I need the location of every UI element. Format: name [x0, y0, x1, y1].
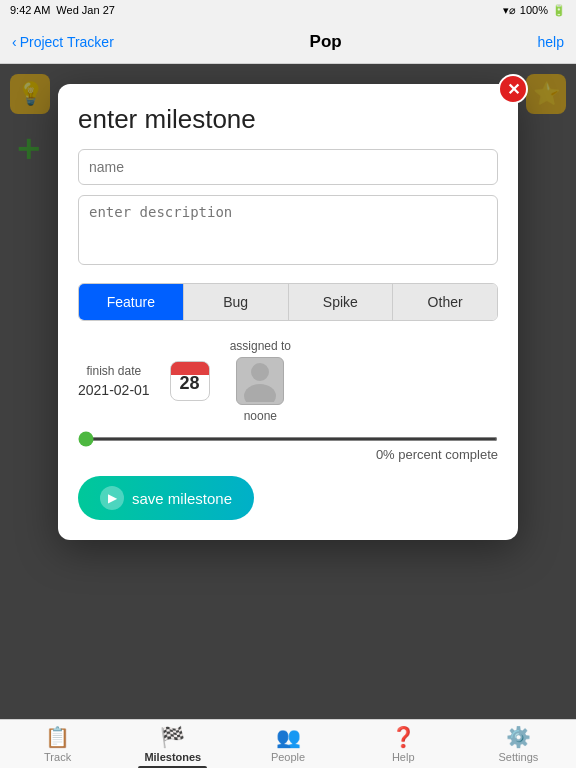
tab-people[interactable]: 👥 People: [230, 720, 345, 768]
back-label: Project Tracker: [20, 34, 114, 50]
save-milestone-button[interactable]: ▶ save milestone: [78, 476, 254, 520]
assigned-avatar[interactable]: [236, 357, 284, 405]
status-bar: 9:42 AM Wed Jan 27 ▾⌀ 100% 🔋: [0, 0, 576, 20]
finish-date-section: finish date 2021-02-01: [78, 364, 150, 398]
assigned-section: assigned to noone: [230, 339, 291, 423]
tab-settings[interactable]: ⚙️ Settings: [461, 720, 576, 768]
play-icon: ▶: [100, 486, 124, 510]
progress-slider[interactable]: [78, 437, 498, 441]
milestone-modal: ✕ enter milestone Feature Bug Spike Othe…: [58, 84, 518, 540]
tab-help-label: Help: [392, 751, 415, 763]
person-icon: [242, 360, 278, 402]
assigned-label: assigned to: [230, 339, 291, 353]
finish-date-label: finish date: [86, 364, 141, 378]
tab-help[interactable]: ❓ Help: [346, 720, 461, 768]
help-icon: ❓: [391, 725, 416, 749]
assigned-name: noone: [244, 409, 277, 423]
tab-track-label: Track: [44, 751, 71, 763]
svg-point-1: [244, 384, 276, 402]
wifi-icon: ▾⌀: [503, 4, 516, 17]
tab-milestones[interactable]: 🏁 Milestones: [115, 720, 230, 768]
track-icon: 📋: [45, 725, 70, 749]
tab-people-label: People: [271, 751, 305, 763]
status-date: Wed Jan 27: [56, 4, 115, 16]
tab-settings-label: Settings: [499, 751, 539, 763]
milestones-icon: 🏁: [160, 725, 185, 749]
nav-bar: ‹ Project Tracker Pop help: [0, 20, 576, 64]
calendar-top: [171, 362, 209, 372]
calendar-day: 28: [180, 372, 200, 396]
back-button[interactable]: ‹ Project Tracker: [12, 34, 114, 50]
settings-icon: ⚙️: [506, 725, 531, 749]
background-area: 💡 ＋ ⭐ ✕ enter milestone Feature Bug Spik…: [0, 64, 576, 719]
back-chevron-icon: ‹: [12, 34, 17, 50]
calendar-icon[interactable]: 28: [170, 361, 210, 401]
nav-title: Pop: [310, 32, 342, 52]
type-feature-button[interactable]: Feature: [79, 284, 184, 320]
close-button[interactable]: ✕: [498, 74, 528, 104]
tab-milestones-label: Milestones: [144, 751, 201, 763]
tab-bar: 📋 Track 🏁 Milestones 👥 People ❓ Help ⚙️ …: [0, 719, 576, 768]
type-buttons-group: Feature Bug Spike Other: [78, 283, 498, 321]
save-btn-label: save milestone: [132, 490, 232, 507]
progress-slider-row: [78, 437, 498, 441]
description-input[interactable]: [78, 195, 498, 265]
name-input[interactable]: [78, 149, 498, 185]
tab-track[interactable]: 📋 Track: [0, 720, 115, 768]
help-link[interactable]: help: [538, 34, 564, 50]
type-bug-button[interactable]: Bug: [184, 284, 289, 320]
svg-point-0: [251, 363, 269, 381]
status-time: 9:42 AM: [10, 4, 50, 16]
people-icon: 👥: [276, 725, 301, 749]
type-spike-button[interactable]: Spike: [289, 284, 394, 320]
battery-label: 100%: [520, 4, 548, 16]
modal-title: enter milestone: [78, 104, 498, 135]
finish-date-value: 2021-02-01: [78, 382, 150, 398]
percent-complete: 0% percent complete: [78, 447, 498, 462]
battery-icon: 🔋: [552, 4, 566, 17]
modal-overlay: ✕ enter milestone Feature Bug Spike Othe…: [0, 64, 576, 719]
type-other-button[interactable]: Other: [393, 284, 497, 320]
meta-row: finish date 2021-02-01 28 assigned to: [78, 339, 498, 423]
